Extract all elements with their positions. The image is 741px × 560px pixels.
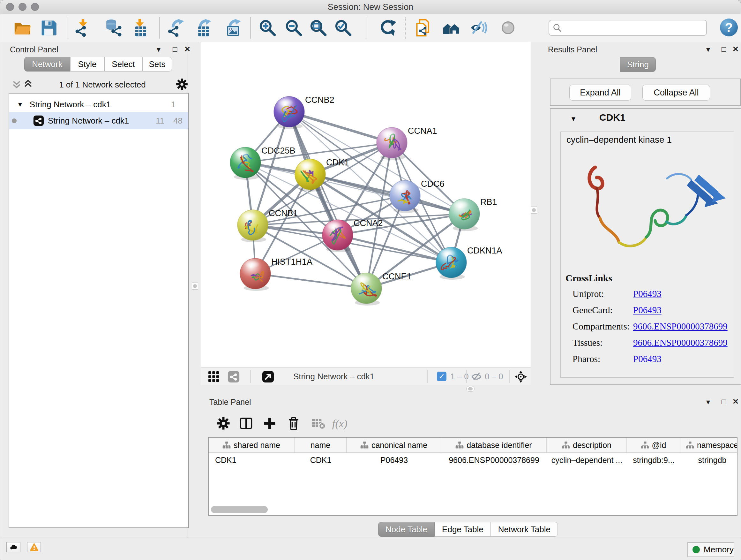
network-collection-row[interactable]: ▼ String Network – cdk1 1 bbox=[9, 98, 188, 111]
selected-checkbox-icon[interactable]: ✓ bbox=[437, 372, 447, 381]
gear-icon[interactable] bbox=[175, 78, 189, 91]
panel-float-icon[interactable]: □ bbox=[173, 45, 178, 53]
refresh-view-icon[interactable] bbox=[379, 19, 397, 37]
warnings-button[interactable] bbox=[27, 542, 41, 552]
main-toolbar: ? bbox=[0, 14, 741, 42]
horizontal-scrollbar-thumb[interactable] bbox=[211, 506, 268, 513]
tab-string[interactable]: String bbox=[620, 57, 656, 72]
open-view-icon[interactable] bbox=[262, 371, 274, 383]
column-header-description[interactable]: description bbox=[547, 438, 627, 452]
panel-close-icon[interactable]: ✕ bbox=[732, 45, 739, 53]
help-button[interactable]: ? bbox=[720, 18, 738, 37]
node-label-CDC6: CDC6 bbox=[421, 179, 445, 189]
panel-menu-icon[interactable]: ▾ bbox=[157, 46, 160, 53]
collapse-all-button[interactable]: Collapse All bbox=[643, 84, 710, 101]
memory-button[interactable]: Memory bbox=[687, 542, 734, 557]
protein-structure-image bbox=[565, 150, 731, 265]
delete-column-icon[interactable] bbox=[286, 416, 301, 431]
table-panel: Table Panel ▾ □ ✕ bbox=[201, 393, 741, 538]
tab-network-table[interactable]: Network Table bbox=[491, 522, 558, 537]
tab-sets[interactable]: Sets bbox=[142, 57, 172, 71]
tab-edge-table[interactable]: Edge Table bbox=[434, 522, 491, 537]
triangle-down-icon[interactable]: ▼ bbox=[17, 101, 23, 108]
tab-select[interactable]: Select bbox=[105, 57, 142, 71]
automation-status-button[interactable] bbox=[6, 542, 20, 552]
tab-node-table[interactable]: Node Table bbox=[378, 522, 434, 537]
control-panel-title: Control Panel bbox=[10, 45, 58, 54]
zoom-fit-content-icon[interactable] bbox=[309, 19, 327, 37]
right-splitter-handle[interactable] bbox=[531, 206, 537, 213]
open-session-icon[interactable] bbox=[14, 19, 31, 37]
left-splitter-handle[interactable] bbox=[192, 283, 198, 290]
table-gear-icon[interactable] bbox=[216, 416, 231, 431]
bottom-splitter-handle[interactable] bbox=[466, 386, 475, 392]
node-label-CDC25B: CDC25B bbox=[261, 146, 295, 155]
expand-all-icon[interactable] bbox=[23, 78, 33, 89]
panel-menu-icon[interactable]: ▾ bbox=[706, 46, 710, 53]
network-icon bbox=[33, 115, 44, 126]
import-network-from-database-icon[interactable] bbox=[105, 19, 123, 37]
crosslink-link[interactable]: P06493 bbox=[633, 305, 662, 315]
crosslink-label: Pharos: bbox=[572, 354, 600, 364]
export-table-icon[interactable] bbox=[195, 19, 212, 37]
birdseye-crosshair-icon[interactable] bbox=[515, 371, 527, 383]
panel-menu-icon[interactable]: ▾ bbox=[706, 398, 710, 406]
collapse-all-icon[interactable] bbox=[12, 79, 21, 90]
zoom-in-icon[interactable] bbox=[259, 19, 276, 37]
table-row[interactable]: CDK1CDK1P064939606.ENSP00000378699cyclin… bbox=[209, 453, 737, 467]
import-table-icon[interactable] bbox=[131, 19, 149, 37]
column-header-shared-name[interactable]: shared name bbox=[209, 438, 294, 452]
show-columns-icon[interactable] bbox=[239, 416, 253, 431]
section-triangle-down-icon[interactable]: ▼ bbox=[570, 115, 577, 123]
toolbar-separator bbox=[68, 17, 68, 39]
network-selection-status: 1 of 1 Network selected bbox=[39, 80, 166, 90]
export-network-icon[interactable] bbox=[167, 19, 185, 37]
network-collection-label: String Network – cdk1 bbox=[30, 100, 111, 110]
share-document-icon[interactable] bbox=[414, 19, 432, 37]
right-splitter[interactable] bbox=[531, 42, 545, 393]
crosslink-link[interactable]: 9606.ENSP00000378699 bbox=[633, 321, 728, 331]
panel-float-icon[interactable]: □ bbox=[722, 45, 726, 53]
panel-close-icon[interactable]: ✕ bbox=[184, 45, 191, 53]
protein-section: ▼ CDK1 cyclin–dependent kinase 1 CrossLi… bbox=[550, 108, 741, 385]
column-label: namespace bbox=[697, 441, 738, 450]
column-header--id[interactable]: @id bbox=[627, 438, 680, 452]
crosslink-link[interactable]: P06493 bbox=[633, 289, 662, 299]
crosslink-label: Uniprot: bbox=[572, 289, 604, 299]
results-button-box: Expand All Collapse All bbox=[550, 78, 741, 106]
import-network-icon[interactable] bbox=[74, 19, 92, 37]
add-column-icon[interactable] bbox=[262, 416, 277, 431]
export-image-icon[interactable] bbox=[224, 19, 242, 37]
zoom-out-icon[interactable] bbox=[285, 19, 302, 37]
search-input[interactable] bbox=[562, 23, 706, 33]
crosslink-label: GeneCard: bbox=[572, 305, 613, 315]
column-header-name[interactable]: name bbox=[294, 438, 347, 452]
panel-close-icon[interactable]: ✕ bbox=[732, 398, 739, 406]
expand-all-button[interactable]: Expand All bbox=[569, 84, 631, 101]
column-header-database-identifier[interactable]: database identifier bbox=[441, 438, 547, 452]
crosslinks-title: CrossLinks bbox=[565, 273, 612, 284]
zoom-selected-icon[interactable] bbox=[334, 19, 352, 37]
table-cell: cyclin–dependent ... bbox=[547, 455, 627, 465]
search-field[interactable] bbox=[549, 20, 707, 36]
grid-mode-icon[interactable] bbox=[208, 371, 220, 383]
column-header-canonical-name[interactable]: canonical name bbox=[347, 438, 441, 452]
node-label-HIST1H1A: HIST1H1A bbox=[271, 257, 313, 266]
network-overview-icon[interactable] bbox=[442, 19, 460, 37]
crosslink-link[interactable]: P06493 bbox=[633, 354, 662, 364]
panel-float-icon[interactable]: □ bbox=[722, 398, 726, 406]
view-dot-icon bbox=[12, 118, 17, 123]
share-view-icon[interactable] bbox=[227, 371, 240, 383]
hidden-eye-icon bbox=[470, 371, 482, 383]
network-canvas[interactable]: CCNB2 CCNA1 CDC25B CDK1 CDC6 RB1 CCNB1 bbox=[201, 42, 531, 367]
search-icon bbox=[552, 23, 562, 33]
tab-style[interactable]: Style bbox=[70, 57, 105, 71]
hidden-counts: 0 – 0 bbox=[485, 372, 503, 381]
network-row-selected[interactable]: String Network – cdk1 11 48 bbox=[9, 112, 188, 129]
crosslink-value: P06493 bbox=[633, 354, 662, 364]
save-session-icon[interactable] bbox=[40, 19, 58, 37]
tab-network[interactable]: Network bbox=[24, 57, 70, 71]
hide-panels-icon[interactable] bbox=[470, 19, 488, 37]
column-header-namespace[interactable]: namespace bbox=[680, 438, 738, 452]
crosslink-link[interactable]: 9606.ENSP00000378699 bbox=[633, 337, 728, 348]
